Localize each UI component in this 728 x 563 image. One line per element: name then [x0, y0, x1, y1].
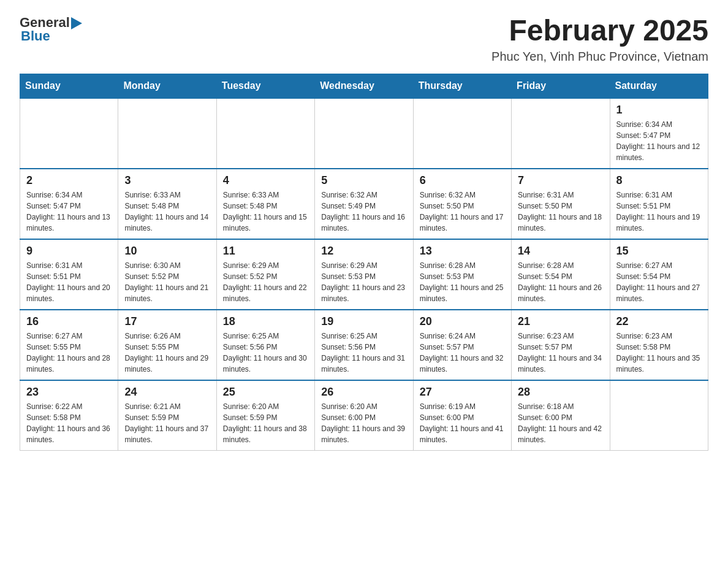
- calendar-cell: 26Sunrise: 6:20 AM Sunset: 6:00 PM Dayli…: [315, 380, 413, 451]
- day-number: 1: [616, 104, 702, 117]
- day-number: 8: [616, 174, 702, 187]
- calendar-cell: [413, 98, 511, 169]
- weekday-header-row: SundayMondayTuesdayWednesdayThursdayFrid…: [20, 74, 708, 98]
- weekday-header-wednesday: Wednesday: [315, 74, 413, 98]
- title-section: February 2025 Phuc Yen, Vinh Phuc Provin…: [491, 15, 708, 64]
- day-number: 28: [518, 386, 603, 399]
- logo: General Blue: [20, 15, 82, 44]
- calendar-cell: 25Sunrise: 6:20 AM Sunset: 5:59 PM Dayli…: [216, 380, 314, 451]
- day-number: 10: [124, 245, 210, 258]
- day-number: 4: [223, 174, 308, 187]
- day-info: Sunrise: 6:29 AM Sunset: 5:53 PM Dayligh…: [321, 260, 406, 304]
- day-info: Sunrise: 6:25 AM Sunset: 5:56 PM Dayligh…: [223, 331, 308, 375]
- day-info: Sunrise: 6:27 AM Sunset: 5:54 PM Dayligh…: [616, 260, 702, 304]
- calendar-cell: [118, 98, 216, 169]
- day-number: 26: [321, 386, 406, 399]
- day-info: Sunrise: 6:31 AM Sunset: 5:50 PM Dayligh…: [518, 190, 603, 234]
- day-number: 23: [26, 386, 112, 399]
- calendar-cell: 23Sunrise: 6:22 AM Sunset: 5:58 PM Dayli…: [20, 380, 118, 451]
- day-info: Sunrise: 6:30 AM Sunset: 5:52 PM Dayligh…: [124, 260, 210, 304]
- calendar-week-row: 2Sunrise: 6:34 AM Sunset: 5:47 PM Daylig…: [20, 169, 708, 239]
- calendar-cell: 20Sunrise: 6:24 AM Sunset: 5:57 PM Dayli…: [413, 310, 511, 380]
- page-header: General Blue February 2025 Phuc Yen, Vin…: [20, 15, 708, 64]
- day-info: Sunrise: 6:23 AM Sunset: 5:58 PM Dayligh…: [616, 331, 702, 375]
- calendar-cell: 1Sunrise: 6:34 AM Sunset: 5:47 PM Daylig…: [610, 98, 708, 169]
- day-number: 5: [321, 174, 406, 187]
- calendar-cell: 9Sunrise: 6:31 AM Sunset: 5:51 PM Daylig…: [20, 239, 118, 310]
- day-info: Sunrise: 6:18 AM Sunset: 6:00 PM Dayligh…: [518, 401, 603, 445]
- weekday-header-saturday: Saturday: [610, 74, 708, 98]
- weekday-header-friday: Friday: [512, 74, 610, 98]
- calendar-cell: [610, 380, 708, 451]
- calendar-cell: 2Sunrise: 6:34 AM Sunset: 5:47 PM Daylig…: [20, 169, 118, 239]
- day-info: Sunrise: 6:19 AM Sunset: 6:00 PM Dayligh…: [420, 401, 505, 445]
- calendar-cell: 5Sunrise: 6:32 AM Sunset: 5:49 PM Daylig…: [315, 169, 413, 239]
- calendar-cell: 16Sunrise: 6:27 AM Sunset: 5:55 PM Dayli…: [20, 310, 118, 380]
- day-number: 18: [223, 315, 308, 328]
- day-info: Sunrise: 6:29 AM Sunset: 5:52 PM Dayligh…: [223, 260, 308, 304]
- calendar-cell: 22Sunrise: 6:23 AM Sunset: 5:58 PM Dayli…: [610, 310, 708, 380]
- day-number: 25: [223, 386, 308, 399]
- calendar-table: SundayMondayTuesdayWednesdayThursdayFrid…: [20, 74, 708, 451]
- day-number: 15: [616, 245, 702, 258]
- day-info: Sunrise: 6:22 AM Sunset: 5:58 PM Dayligh…: [26, 401, 112, 445]
- day-info: Sunrise: 6:32 AM Sunset: 5:50 PM Dayligh…: [420, 190, 505, 234]
- calendar-week-row: 1Sunrise: 6:34 AM Sunset: 5:47 PM Daylig…: [20, 98, 708, 169]
- location-title: Phuc Yen, Vinh Phuc Province, Vietnam: [491, 50, 708, 64]
- day-number: 24: [124, 386, 210, 399]
- calendar-cell: 13Sunrise: 6:28 AM Sunset: 5:53 PM Dayli…: [413, 239, 511, 310]
- weekday-header-monday: Monday: [118, 74, 216, 98]
- logo-arrow-icon: [71, 17, 82, 29]
- day-number: 16: [26, 315, 112, 328]
- calendar-week-row: 16Sunrise: 6:27 AM Sunset: 5:55 PM Dayli…: [20, 310, 708, 380]
- calendar-cell: 18Sunrise: 6:25 AM Sunset: 5:56 PM Dayli…: [216, 310, 314, 380]
- svg-marker-0: [71, 17, 82, 29]
- calendar-cell: 21Sunrise: 6:23 AM Sunset: 5:57 PM Dayli…: [512, 310, 610, 380]
- weekday-header-sunday: Sunday: [20, 74, 118, 98]
- day-info: Sunrise: 6:21 AM Sunset: 5:59 PM Dayligh…: [124, 401, 210, 445]
- day-number: 7: [518, 174, 603, 187]
- calendar-cell: [512, 98, 610, 169]
- calendar-cell: 7Sunrise: 6:31 AM Sunset: 5:50 PM Daylig…: [512, 169, 610, 239]
- day-number: 22: [616, 315, 702, 328]
- day-number: 21: [518, 315, 603, 328]
- day-info: Sunrise: 6:31 AM Sunset: 5:51 PM Dayligh…: [26, 260, 112, 304]
- calendar-cell: [315, 98, 413, 169]
- weekday-header-tuesday: Tuesday: [216, 74, 314, 98]
- day-info: Sunrise: 6:20 AM Sunset: 6:00 PM Dayligh…: [321, 401, 406, 445]
- logo-blue-text: Blue: [21, 28, 50, 44]
- calendar-cell: 24Sunrise: 6:21 AM Sunset: 5:59 PM Dayli…: [118, 380, 216, 451]
- day-number: 2: [26, 174, 112, 187]
- day-info: Sunrise: 6:33 AM Sunset: 5:48 PM Dayligh…: [223, 190, 308, 234]
- calendar-cell: 10Sunrise: 6:30 AM Sunset: 5:52 PM Dayli…: [118, 239, 216, 310]
- day-info: Sunrise: 6:26 AM Sunset: 5:55 PM Dayligh…: [124, 331, 210, 375]
- calendar-cell: 3Sunrise: 6:33 AM Sunset: 5:48 PM Daylig…: [118, 169, 216, 239]
- day-number: 17: [124, 315, 210, 328]
- calendar-cell: 17Sunrise: 6:26 AM Sunset: 5:55 PM Dayli…: [118, 310, 216, 380]
- day-info: Sunrise: 6:28 AM Sunset: 5:54 PM Dayligh…: [518, 260, 603, 304]
- calendar-cell: 14Sunrise: 6:28 AM Sunset: 5:54 PM Dayli…: [512, 239, 610, 310]
- day-number: 9: [26, 245, 112, 258]
- calendar-cell: 19Sunrise: 6:25 AM Sunset: 5:56 PM Dayli…: [315, 310, 413, 380]
- day-info: Sunrise: 6:31 AM Sunset: 5:51 PM Dayligh…: [616, 190, 702, 234]
- day-number: 27: [420, 386, 505, 399]
- day-info: Sunrise: 6:24 AM Sunset: 5:57 PM Dayligh…: [420, 331, 505, 375]
- day-info: Sunrise: 6:32 AM Sunset: 5:49 PM Dayligh…: [321, 190, 406, 234]
- day-number: 13: [420, 245, 505, 258]
- calendar-cell: 27Sunrise: 6:19 AM Sunset: 6:00 PM Dayli…: [413, 380, 511, 451]
- day-number: 20: [420, 315, 505, 328]
- calendar-cell: 12Sunrise: 6:29 AM Sunset: 5:53 PM Dayli…: [315, 239, 413, 310]
- calendar-week-row: 23Sunrise: 6:22 AM Sunset: 5:58 PM Dayli…: [20, 380, 708, 451]
- day-number: 3: [124, 174, 210, 187]
- day-number: 14: [518, 245, 603, 258]
- calendar-cell: [20, 98, 118, 169]
- day-number: 19: [321, 315, 406, 328]
- day-number: 6: [420, 174, 505, 187]
- day-info: Sunrise: 6:20 AM Sunset: 5:59 PM Dayligh…: [223, 401, 308, 445]
- calendar-cell: 8Sunrise: 6:31 AM Sunset: 5:51 PM Daylig…: [610, 169, 708, 239]
- calendar-cell: [216, 98, 314, 169]
- day-number: 12: [321, 245, 406, 258]
- calendar-cell: 4Sunrise: 6:33 AM Sunset: 5:48 PM Daylig…: [216, 169, 314, 239]
- calendar-cell: 28Sunrise: 6:18 AM Sunset: 6:00 PM Dayli…: [512, 380, 610, 451]
- calendar-cell: 6Sunrise: 6:32 AM Sunset: 5:50 PM Daylig…: [413, 169, 511, 239]
